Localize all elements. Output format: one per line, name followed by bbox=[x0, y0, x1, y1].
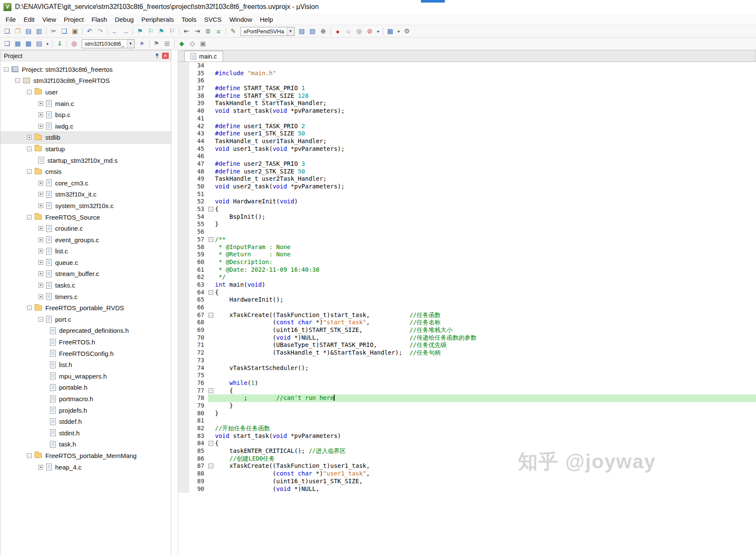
breakpoint-margin[interactable] bbox=[178, 410, 189, 417]
find-combo-dropdown-icon[interactable]: ▼ bbox=[287, 27, 294, 35]
code-line[interactable]: 34 bbox=[178, 62, 756, 70]
breakpoint-margin[interactable] bbox=[178, 206, 189, 213]
tree-item[interactable]: list.h bbox=[0, 359, 171, 370]
breakpoint-margin[interactable] bbox=[178, 107, 189, 115]
code-text[interactable]: TaskHandle_t StartTask_Handler; bbox=[215, 100, 756, 107]
pin-icon[interactable] bbox=[154, 53, 160, 59]
breakpoint-margin[interactable] bbox=[178, 311, 189, 319]
code-text[interactable] bbox=[215, 153, 756, 160]
breakpoint-margin[interactable] bbox=[178, 334, 189, 342]
indent-left-icon[interactable]: ⇤ bbox=[181, 26, 192, 36]
breakpoint-margin[interactable] bbox=[178, 387, 189, 395]
breakpoint-margin[interactable] bbox=[178, 70, 189, 77]
target-options-icon[interactable]: ✶ bbox=[137, 39, 147, 49]
code-line[interactable]: 80} bbox=[178, 410, 756, 417]
code-line[interactable]: 60 * @Description: bbox=[178, 258, 756, 266]
code-text[interactable]: * @InputParam : None bbox=[215, 244, 756, 251]
code-line[interactable]: 51 bbox=[178, 191, 756, 198]
code-text[interactable]: void start_task(void *pvParameters); bbox=[215, 107, 756, 115]
paste-icon[interactable]: ▣ bbox=[70, 26, 80, 36]
code-text[interactable]: { bbox=[215, 440, 756, 447]
code-text[interactable]: (void *)NULL, //传递给任务函数的参数 bbox=[215, 334, 756, 342]
target-select-value[interactable]: stm32f103c8t6_ bbox=[82, 41, 127, 47]
rebuild-all-icon[interactable]: ▩ bbox=[23, 39, 34, 49]
code-line[interactable]: 40void start_task(void *pvParameters); bbox=[178, 107, 756, 115]
tree-item[interactable]: stddef.h bbox=[0, 416, 171, 427]
code-editor[interactable]: 3435#include "main.h"3637#define START_T… bbox=[178, 62, 756, 555]
code-line[interactable]: 81 bbox=[178, 417, 756, 425]
code-text[interactable]: (const char *)"user1_task", bbox=[215, 470, 756, 478]
menu-item-debug[interactable]: Debug bbox=[111, 15, 138, 24]
code-line[interactable]: 84-{ bbox=[178, 440, 756, 447]
code-text[interactable] bbox=[215, 372, 756, 379]
fold-collapse-icon[interactable]: - bbox=[209, 313, 213, 317]
code-line[interactable]: 90 (void *)NULL, bbox=[178, 485, 756, 493]
code-line[interactable]: 35#include "main.h" bbox=[178, 70, 756, 77]
code-text[interactable]: //创建LED0任务 bbox=[215, 455, 756, 463]
code-line[interactable]: 50void user2_task(void *pvParameters); bbox=[178, 183, 756, 191]
tree-item[interactable]: mpu_wrappers.h bbox=[0, 370, 171, 382]
tree-item[interactable]: +croutine.c bbox=[0, 223, 171, 234]
code-line[interactable]: 77- { bbox=[178, 387, 756, 395]
code-text[interactable]: #define user2_STK_SIZE 50 bbox=[215, 168, 756, 176]
target-select-combo[interactable]: stm32f103c8t6_ ▼ bbox=[82, 39, 135, 48]
fold-collapse-icon[interactable]: - bbox=[209, 237, 213, 242]
tree-item[interactable]: -cmsis bbox=[0, 166, 171, 177]
magnifier-plus-icon[interactable]: ⊕ bbox=[318, 26, 329, 36]
tree-expander-icon[interactable]: - bbox=[38, 317, 43, 322]
code-line[interactable]: 86 //创建LED0任务 bbox=[178, 455, 756, 463]
code-text[interactable]: void HardwareInit(void) bbox=[215, 198, 756, 206]
tree-item[interactable]: +iwdg.c bbox=[0, 120, 171, 132]
breakpoint-margin[interactable] bbox=[178, 160, 189, 168]
code-line[interactable]: 87- xTaskCreate((TaskFunction_t)user1_ta… bbox=[178, 462, 756, 470]
tree-item[interactable]: +tasks.c bbox=[0, 279, 171, 291]
code-line[interactable]: 71 (UBaseType_t)START_TASK_PRIO, //任务优先级 bbox=[178, 341, 756, 349]
breakpoint-margin[interactable] bbox=[178, 77, 189, 85]
code-text[interactable]: { bbox=[215, 387, 756, 395]
clear-bookmarks-icon[interactable]: ⚐ bbox=[167, 26, 177, 36]
breakpoint-margin[interactable] bbox=[178, 251, 189, 258]
tree-item[interactable]: +system_stm32f10x.c bbox=[0, 200, 171, 211]
fold-collapse-icon[interactable]: - bbox=[209, 441, 213, 446]
code-text[interactable]: BspInit(); bbox=[215, 213, 756, 221]
menu-item-flash[interactable]: Flash bbox=[88, 15, 111, 24]
code-text[interactable]: * @Date: 2022-11-09 16:40:38 bbox=[215, 266, 756, 274]
code-line[interactable]: 76 while(1) bbox=[178, 379, 756, 387]
redo-icon[interactable]: ↷ bbox=[95, 26, 106, 36]
code-text[interactable]: } bbox=[215, 402, 756, 410]
code-line[interactable]: 61 * @Date: 2022-11-09 16:40:38 bbox=[178, 266, 756, 274]
code-line[interactable]: 58 * @InputParam : None bbox=[178, 244, 756, 251]
breakpoint-margin[interactable] bbox=[178, 168, 189, 176]
menu-item-peripherals[interactable]: Peripherals bbox=[138, 15, 178, 24]
code-text[interactable]: } bbox=[215, 220, 756, 228]
code-text[interactable]: #define START_TASK_PRIO 1 bbox=[215, 85, 756, 92]
find-icon[interactable]: ▧ bbox=[307, 26, 318, 36]
kill-all-breakpoints-icon[interactable]: ⊘ bbox=[365, 26, 375, 36]
breakpoint-margin[interactable] bbox=[178, 304, 189, 311]
breakpoint-margin[interactable] bbox=[178, 432, 189, 440]
tree-item[interactable]: +core_cm3.c bbox=[0, 177, 171, 189]
breakpoint-margin[interactable] bbox=[178, 92, 189, 100]
code-text[interactable]: void user1_task(void *pvParameters); bbox=[215, 145, 756, 153]
menu-item-view[interactable]: View bbox=[38, 15, 60, 24]
breakpoint-margin[interactable] bbox=[178, 326, 189, 334]
undo-icon[interactable]: ↶ bbox=[84, 26, 95, 36]
code-line[interactable]: 78 ; //can't run here bbox=[178, 394, 756, 402]
breakpoint-margin[interactable] bbox=[178, 478, 189, 485]
tree-expander-icon[interactable]: + bbox=[38, 181, 43, 185]
code-text[interactable]: void user2_task(void *pvParameters); bbox=[215, 183, 756, 191]
tree-item[interactable]: +heap_4.c bbox=[0, 461, 171, 473]
breakpoints-dropdown-icon[interactable]: ▾ bbox=[375, 26, 381, 36]
target-debug-icon[interactable]: ◎ bbox=[69, 39, 79, 49]
runtime-environment-icon[interactable]: ◆ bbox=[176, 39, 187, 49]
breakpoint-margin[interactable] bbox=[178, 440, 189, 447]
file-extensions-icon[interactable]: ⚑ bbox=[151, 39, 162, 49]
save-all-icon[interactable]: ▥ bbox=[34, 26, 44, 36]
code-text[interactable] bbox=[215, 417, 756, 425]
menu-item-help[interactable]: Help bbox=[256, 15, 277, 24]
breakpoint-margin[interactable] bbox=[178, 258, 189, 266]
code-text[interactable]: } bbox=[215, 410, 756, 417]
breakpoint-margin[interactable] bbox=[178, 123, 189, 130]
code-line[interactable]: 88 (const char *)"user1_task", bbox=[178, 470, 756, 478]
code-text[interactable]: TaskHandle_t user1Task_Handler; bbox=[215, 138, 756, 145]
